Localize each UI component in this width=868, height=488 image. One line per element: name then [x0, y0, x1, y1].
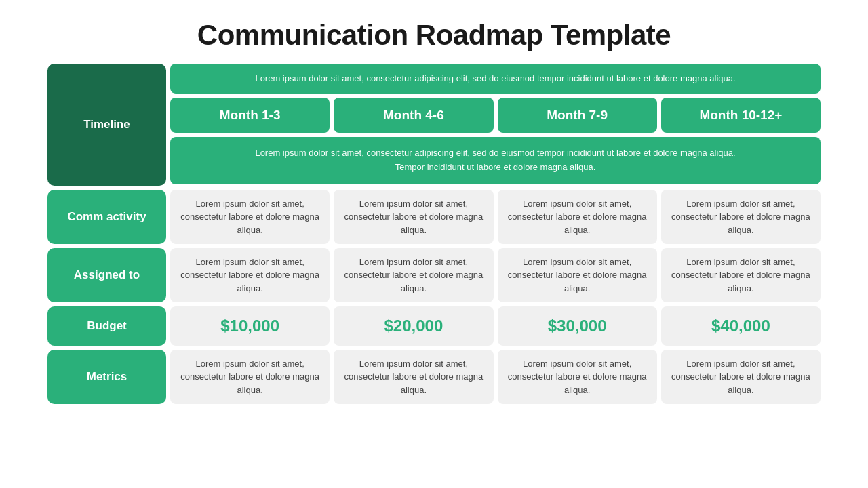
assigned-to-row: Assigned to Lorem ipsum dolor sit amet, … [47, 248, 821, 302]
metrics-label: Metrics [47, 350, 166, 404]
budget-cell-3: $30,000 [498, 306, 657, 346]
assigned-to-cell-3: Lorem ipsum dolor sit amet, consectetur … [498, 248, 657, 302]
metrics-cell-3: Lorem ipsum dolor sit amet, consectetur … [498, 350, 657, 404]
budget-cell-4: $40,000 [661, 306, 821, 346]
roadmap-table: Timeline Lorem ipsum dolor sit amet, con… [47, 64, 821, 404]
metrics-cell-1: Lorem ipsum dolor sit amet, consectetur … [170, 350, 330, 404]
timeline-top-text: Lorem ipsum dolor sit amet, consectetur … [170, 64, 821, 94]
page-title: Communication Roadmap Template [197, 0, 671, 64]
comm-activity-cell-1: Lorem ipsum dolor sit amet, consectetur … [170, 190, 330, 244]
comm-activity-row: Comm activity Lorem ipsum dolor sit amet… [47, 190, 821, 244]
month-1-header: Month 1-3 [170, 98, 330, 133]
budget-row: Budget $10,000 $20,000 $30,000 $40,000 [47, 306, 821, 346]
month-4-header: Month 10-12+ [661, 98, 821, 133]
metrics-row: Metrics Lorem ipsum dolor sit amet, cons… [47, 350, 821, 404]
assigned-to-cell-4: Lorem ipsum dolor sit amet, consectetur … [661, 248, 821, 302]
month-2-header: Month 4-6 [334, 98, 493, 133]
budget-label: Budget [47, 306, 166, 346]
metrics-cell-4: Lorem ipsum dolor sit amet, consectetur … [661, 350, 821, 404]
comm-activity-label: Comm activity [47, 190, 166, 244]
assigned-to-cell-1: Lorem ipsum dolor sit amet, consectetur … [170, 248, 330, 302]
budget-cell-2: $20,000 [334, 306, 493, 346]
comm-activity-cell-3: Lorem ipsum dolor sit amet, consectetur … [498, 190, 657, 244]
timeline-bottom-text: Lorem ipsum dolor sit amet, consectetur … [170, 137, 821, 184]
comm-activity-cell-2: Lorem ipsum dolor sit amet, consectetur … [334, 190, 493, 244]
metrics-cell-2: Lorem ipsum dolor sit amet, consectetur … [334, 350, 493, 404]
timeline-label: Timeline [47, 64, 166, 186]
budget-cell-1: $10,000 [170, 306, 330, 346]
comm-activity-cell-4: Lorem ipsum dolor sit amet, consectetur … [661, 190, 821, 244]
assigned-to-label: Assigned to [47, 248, 166, 302]
assigned-to-cell-2: Lorem ipsum dolor sit amet, consectetur … [334, 248, 493, 302]
month-3-header: Month 7-9 [498, 98, 657, 133]
